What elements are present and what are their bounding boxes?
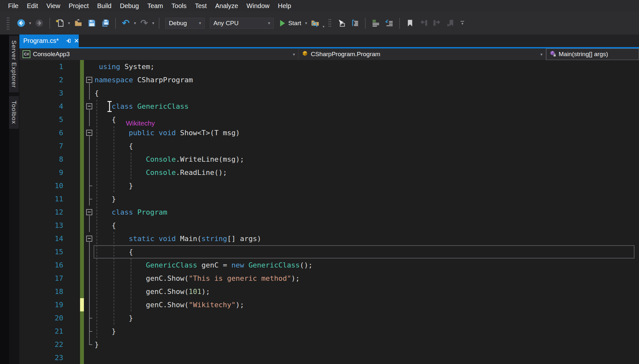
line-number[interactable]: 14 xyxy=(19,232,80,245)
line-number[interactable]: 9 xyxy=(19,166,80,179)
collapse-box-icon[interactable] xyxy=(86,130,92,136)
outlining-margin xyxy=(84,192,94,206)
line-number[interactable]: 19 xyxy=(19,298,80,311)
side-tab-server-explorer[interactable]: Server Explorer xyxy=(9,36,19,92)
select-box-icon[interactable] xyxy=(336,18,347,28)
line-number[interactable]: 1 xyxy=(19,60,80,73)
forward-icon[interactable] xyxy=(34,18,45,28)
code-text[interactable]: public void Show<T>(T msg) xyxy=(94,126,240,139)
indent-icon[interactable] xyxy=(370,18,381,28)
code-text[interactable]: class Program xyxy=(94,206,167,219)
bookmark-next-icon[interactable] xyxy=(432,18,442,28)
bookmark-clear-icon[interactable] xyxy=(445,18,456,28)
line-number[interactable]: 3 xyxy=(19,86,80,100)
undo-icon[interactable]: ↶ xyxy=(121,18,131,28)
code-text[interactable]: static void Main(string[] args) xyxy=(94,232,261,245)
code-editor[interactable]: 1 using System;2namespace CSharpProgram3… xyxy=(19,60,639,364)
code-text[interactable]: namespace CSharpProgram xyxy=(94,73,193,86)
code-text[interactable]: { xyxy=(94,86,99,100)
menu-team[interactable]: Team xyxy=(143,0,167,12)
open-folder-icon[interactable] xyxy=(73,18,83,28)
code-text[interactable]: genC.Show("Wikitechy"); xyxy=(94,298,244,311)
code-text[interactable] xyxy=(94,351,95,364)
menu-window[interactable]: Window xyxy=(242,0,274,12)
project-dropdown[interactable]: C# ConsoleApp3 ▾ xyxy=(19,48,299,60)
line-number[interactable]: 18 xyxy=(19,285,80,298)
code-line: 3{ xyxy=(19,86,639,100)
solution-configuration-combo[interactable]: Debug▾ xyxy=(165,18,205,29)
pin-icon[interactable] xyxy=(66,38,71,44)
code-line: 13 { xyxy=(19,219,639,232)
toolbar-grip xyxy=(6,17,10,30)
back-icon[interactable] xyxy=(16,18,26,28)
code-line: 8 Console.WriteLine(msg); xyxy=(19,153,639,166)
toolbar-separator xyxy=(159,18,159,29)
tab-program-cs[interactable]: Program.cs* ✕ xyxy=(19,35,79,47)
menu-view[interactable]: View xyxy=(42,0,65,12)
code-text[interactable]: genC.Show(101); xyxy=(94,285,210,298)
code-line: 2namespace CSharpProgram xyxy=(19,73,639,86)
bookmark-icon[interactable] xyxy=(405,18,415,28)
menu-project[interactable]: Project xyxy=(65,0,93,12)
line-number[interactable]: 7 xyxy=(19,139,80,153)
new-file-icon[interactable] xyxy=(55,18,65,28)
menu-tools[interactable]: Tools xyxy=(167,0,191,12)
outdent-icon[interactable] xyxy=(384,18,394,28)
bookmark-prev-icon[interactable] xyxy=(418,18,429,28)
collapse-box-icon[interactable] xyxy=(86,236,92,242)
menu-build[interactable]: Build xyxy=(93,0,116,12)
solution-platform-combo[interactable]: Any CPU▾ xyxy=(210,18,274,29)
save-all-icon[interactable] xyxy=(100,18,110,28)
line-number[interactable]: 4 xyxy=(19,100,80,113)
navigate-backward-dropdown[interactable]: ▾ xyxy=(29,21,31,25)
new-file-dropdown[interactable]: ▾ xyxy=(68,21,70,25)
code-text[interactable]: Console.WriteLine(msg); xyxy=(94,153,244,166)
collapse-box-icon[interactable] xyxy=(86,103,92,109)
undo-dropdown[interactable]: ▾ xyxy=(134,21,136,25)
find-icon[interactable] xyxy=(310,18,320,28)
code-text[interactable]: GenericClass genC = new GenericClass(); xyxy=(94,258,313,272)
code-line: 20 } xyxy=(19,311,639,325)
line-number[interactable]: 10 xyxy=(19,179,80,192)
find-dropdown[interactable]: ▾ xyxy=(323,25,325,29)
type-dropdown-label: CSharpProgram.Program xyxy=(311,51,380,58)
code-text[interactable]: using System; xyxy=(94,60,154,73)
line-number[interactable]: 17 xyxy=(19,272,80,285)
collapse-box-icon[interactable] xyxy=(86,77,92,83)
line-number[interactable]: 5 xyxy=(19,113,80,126)
line-number[interactable]: 23 xyxy=(19,351,80,364)
line-number[interactable]: 16 xyxy=(19,258,80,272)
menu-test[interactable]: Test xyxy=(191,0,211,12)
line-number[interactable]: 21 xyxy=(19,325,80,338)
code-line: 10 } xyxy=(19,179,639,192)
close-icon[interactable]: ✕ xyxy=(74,38,79,44)
redo-dropdown[interactable]: ▾ xyxy=(152,21,155,25)
line-number[interactable]: 15 xyxy=(19,245,80,258)
line-number[interactable]: 12 xyxy=(19,206,80,219)
line-number[interactable]: 13 xyxy=(19,219,80,232)
save-icon[interactable] xyxy=(86,18,97,28)
code-text[interactable]: genC.Show("This is generic method"); xyxy=(94,272,300,285)
doc-outline-icon[interactable] xyxy=(350,18,360,28)
line-number[interactable]: 20 xyxy=(19,311,80,325)
line-number[interactable]: 8 xyxy=(19,153,80,166)
side-tab-toolbox[interactable]: Toolbox xyxy=(9,96,19,129)
menu-file[interactable]: File xyxy=(4,0,23,12)
line-number[interactable]: 11 xyxy=(19,192,80,206)
redo-icon[interactable]: ↷ xyxy=(139,18,149,28)
start-dropdown[interactable]: ▾ xyxy=(305,21,307,25)
member-dropdown[interactable]: Main(string[] args) xyxy=(546,48,639,60)
collapse-box-icon[interactable] xyxy=(86,209,92,215)
menu-help[interactable]: Help xyxy=(274,0,295,12)
menu-debug[interactable]: Debug xyxy=(116,0,143,12)
toolbar-overflow[interactable]: ▾ xyxy=(461,21,464,25)
type-dropdown[interactable]: CSharpProgram.Program ▾ xyxy=(299,48,546,60)
code-line: 9 Console.ReadLine(); xyxy=(19,166,639,179)
menu-edit[interactable]: Edit xyxy=(23,0,42,12)
start-button[interactable]: Start xyxy=(280,20,301,27)
line-number[interactable]: 22 xyxy=(19,338,80,351)
code-text[interactable]: } xyxy=(94,338,99,351)
menu-analyze[interactable]: Analyze xyxy=(211,0,242,12)
line-number[interactable]: 2 xyxy=(19,73,80,86)
line-number[interactable]: 6 xyxy=(19,126,80,139)
